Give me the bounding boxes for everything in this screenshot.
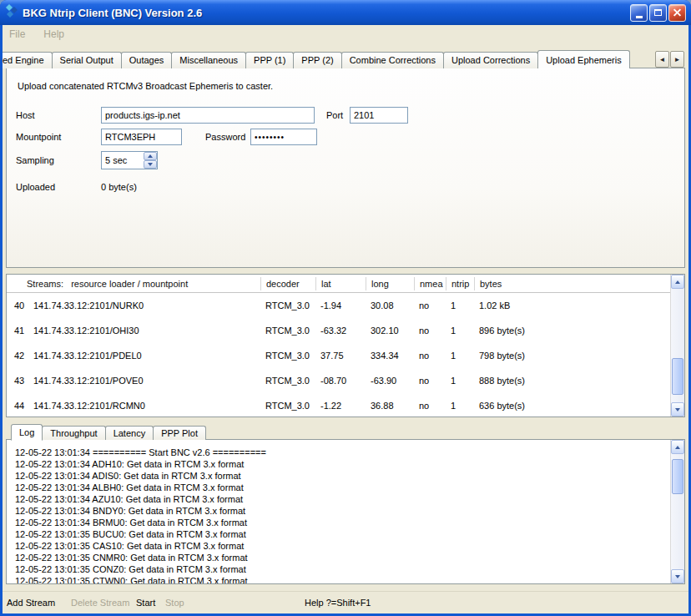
log-line: 12-05-22 13:01:35 CAS10: Get data in RTC…: [15, 540, 670, 552]
port-label: Port: [326, 110, 343, 120]
mountpoint-input[interactable]: [101, 129, 182, 145]
menu-help[interactable]: Help: [43, 28, 64, 40]
app-icon[interactable]: [5, 4, 18, 21]
log-scroll-down-button[interactable]: [671, 569, 684, 583]
host-input[interactable]: [101, 107, 315, 124]
mountpoint-label: Mountpoint: [16, 132, 61, 142]
tab-log[interactable]: Log: [11, 424, 43, 441]
arrow-right-icon: ►: [674, 56, 681, 63]
help-hint: Help ?=Shift+F1: [305, 598, 371, 608]
sampling-up-button[interactable]: [144, 152, 157, 160]
window-controls: [630, 4, 686, 22]
sampling-spin-buttons: [144, 152, 157, 169]
col-header-bytes: bytes: [474, 277, 670, 290]
tab-upload-corrections[interactable]: Upload Corrections: [443, 52, 538, 68]
stream-source: 141.74.33.12:2101/OHI30: [28, 326, 260, 336]
tab-scroll-right-button[interactable]: ►: [670, 51, 684, 68]
spin-up-icon: [148, 154, 153, 158]
stream-row[interactable]: 43 141.74.33.12:2101/POVE0 RTCM_3.0 -08.…: [7, 368, 670, 393]
tab-ppp-2[interactable]: PPP (2): [293, 52, 341, 68]
log-line: 12-05-22 13:01:34 BRMU0: Get data in RTC…: [15, 517, 670, 528]
stream-row[interactable]: 40 141.74.33.12:2101/NURK0 RTCM_3.0 -1.9…: [7, 293, 670, 318]
stream-bytes: 1.02 kB: [474, 300, 670, 311]
tab-ppp-plot[interactable]: PPP Plot: [153, 426, 206, 440]
scroll-up-icon: [675, 280, 680, 284]
tab-upload-ephemeris[interactable]: Upload Ephemeris: [537, 50, 630, 68]
stream-lat: -1.22: [315, 401, 366, 411]
stream-nmea: no: [414, 326, 446, 336]
maximize-button[interactable]: [649, 4, 667, 22]
menu-bar: File Help: [3, 25, 688, 43]
title-bar[interactable]: BKG Ntrip Client (BNC) Version 2.6: [0, 0, 691, 25]
stream-decoder: RTCM_3.0: [260, 300, 315, 311]
col-header-lat: lat: [315, 277, 366, 290]
stream-bytes: 636 byte(s): [474, 401, 670, 411]
stream-decoder: RTCM_3.0: [260, 351, 315, 361]
sampling-label: Sampling: [16, 155, 54, 165]
log-scrollbar[interactable]: [670, 440, 684, 583]
upload-ephemeris-panel: Upload concatenated RTCMv3 Broadcast Eph…: [6, 68, 685, 268]
streams-scroll-down-button[interactable]: [671, 402, 684, 417]
log-scroll-up-button[interactable]: [671, 440, 684, 454]
stream-decoder: RTCM_3.0: [260, 376, 315, 386]
streams-scroll-up-button[interactable]: [671, 275, 684, 289]
stream-row[interactable]: 41 141.74.33.12:2101/OHI30 RTCM_3.0 -63.…: [7, 318, 670, 343]
sampling-input[interactable]: [102, 152, 144, 169]
host-label: Host: [16, 110, 35, 120]
add-stream-button[interactable]: Add Stream: [7, 598, 55, 608]
tab-throughput[interactable]: Throughput: [42, 426, 105, 440]
stream-source: 141.74.33.12:2101/PDEL0: [28, 351, 260, 361]
minimize-button[interactable]: [630, 4, 648, 22]
col-header-streams: Streams: resource loader / mountpoint: [7, 277, 260, 290]
tab-combine-corrections[interactable]: Combine Corrections: [341, 52, 444, 68]
stream-source: 141.74.33.12:2101/POVE0: [28, 376, 260, 386]
stream-lat: -1.94: [315, 300, 366, 311]
streams-scroll-thumb[interactable]: [672, 358, 683, 395]
streams-scrollbar[interactable]: [670, 275, 684, 417]
tab-outages[interactable]: Outages: [121, 52, 173, 68]
tab-feed-engine[interactable]: ed Engine: [3, 52, 53, 68]
stream-nmea: no: [414, 376, 446, 386]
main-tab-bar: ed Engine Serial Output Outages Miscella…: [3, 49, 688, 68]
tab-scroll-left-button[interactable]: ◄: [655, 51, 669, 68]
sampling-spinbox[interactable]: [101, 151, 158, 169]
menu-file[interactable]: File: [9, 28, 25, 40]
stream-long: 302.10: [366, 326, 414, 336]
log-scroll-thumb[interactable]: [672, 459, 683, 494]
bottom-tab-bar: Log Throughput Latency PPP Plot: [6, 423, 205, 440]
tab-strip: ed Engine Serial Output Outages Miscella…: [3, 50, 653, 68]
log-line: 12-05-22 13:01:34 ========== Start BNC v…: [15, 447, 670, 458]
start-button[interactable]: Start: [136, 598, 155, 608]
uploaded-value: 0 byte(s): [101, 182, 137, 192]
sampling-down-button[interactable]: [144, 160, 157, 169]
uploaded-label: Uploaded: [16, 182, 55, 192]
password-input[interactable]: [250, 129, 317, 145]
stream-long: 334.34: [366, 351, 414, 361]
stop-button[interactable]: Stop: [165, 598, 184, 608]
stream-bytes: 798 byte(s): [474, 351, 670, 361]
log-line: 12-05-22 13:01:34 AZU10: Get data in RTC…: [15, 493, 670, 505]
streams-table-header: Streams: resource loader / mountpoint de…: [7, 275, 670, 293]
col-header-long: long: [366, 277, 414, 290]
spin-down-icon: [148, 163, 153, 166]
stream-decoder: RTCM_3.0: [260, 401, 315, 411]
row-number: 40: [7, 300, 28, 311]
stream-nmea: no: [414, 300, 446, 311]
tab-serial-output[interactable]: Serial Output: [52, 52, 122, 68]
stream-ntrip: 1: [446, 401, 474, 411]
delete-stream-button[interactable]: Delete Stream: [71, 598, 129, 608]
row-number: 43: [7, 376, 28, 386]
col-header-ntrip: ntrip: [446, 277, 474, 290]
stream-row[interactable]: 42 141.74.33.12:2101/PDEL0 RTCM_3.0 37.7…: [7, 343, 670, 368]
tab-ppp-1[interactable]: PPP (1): [245, 52, 294, 68]
close-button[interactable]: [668, 4, 686, 22]
tab-latency[interactable]: Latency: [105, 426, 154, 440]
col-header-nmea: nmea: [414, 277, 446, 290]
port-input[interactable]: [350, 107, 408, 124]
stream-long: 36.88: [366, 401, 414, 411]
stream-row[interactable]: 44 141.74.33.12:2101/RCMN0 RTCM_3.0 -1.2…: [7, 393, 670, 417]
stream-ntrip: 1: [446, 300, 474, 311]
panel-description: Upload concatenated RTCMv3 Broadcast Eph…: [18, 81, 273, 91]
tab-miscellaneous[interactable]: Miscellaneous: [171, 52, 246, 68]
maximize-icon: [654, 9, 662, 16]
